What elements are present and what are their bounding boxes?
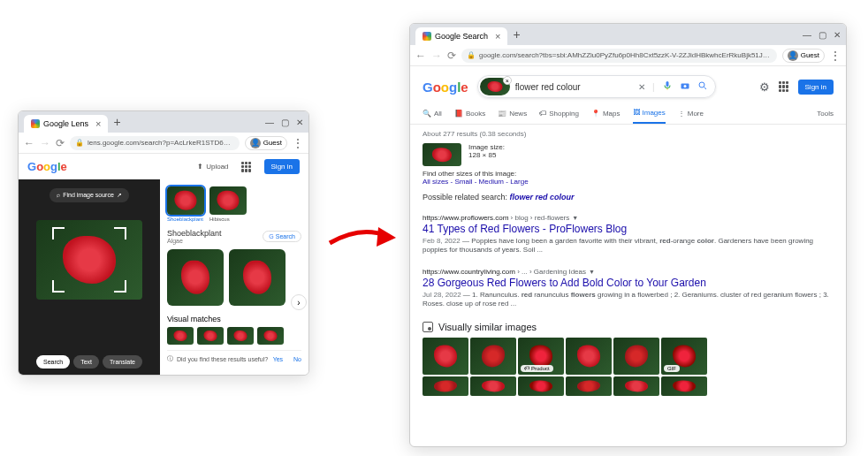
feedback-question: Did you find these results useful? xyxy=(177,356,268,362)
arrow-icon xyxy=(325,217,405,264)
google-logo[interactable]: Google xyxy=(27,160,67,173)
signin-button[interactable]: Sign in xyxy=(798,80,834,95)
crop-handle-br[interactable] xyxy=(114,280,126,293)
related-search: Possible related search: flower red colo… xyxy=(423,193,834,201)
gear-icon[interactable]: ⚙ xyxy=(759,80,770,94)
crop-handle-tr[interactable] xyxy=(114,227,126,239)
more-icon: ⋮ xyxy=(678,110,685,118)
vs-image[interactable] xyxy=(613,376,659,396)
remove-image-icon[interactable]: × xyxy=(503,76,512,85)
image-icon: 🖼 xyxy=(633,109,640,117)
size-links[interactable]: All sizes - Small - Medium - Large xyxy=(423,178,529,186)
chip-translate[interactable]: Translate xyxy=(103,355,142,369)
close-icon[interactable]: ✕ xyxy=(296,118,303,127)
browser-tab[interactable]: Google Lens × xyxy=(24,115,108,133)
result-title-link[interactable]: 41 Types of Red Flowers - ProFlowers Blo… xyxy=(423,223,834,235)
browser-tab[interactable]: Google Search × xyxy=(415,27,507,45)
related-link[interactable]: flower red colour xyxy=(510,193,575,201)
apps-icon[interactable] xyxy=(779,81,789,92)
new-tab-button[interactable]: + xyxy=(513,27,520,42)
caret-down-icon[interactable]: ▼ xyxy=(572,215,578,221)
result-title-link[interactable]: 28 Gorgeous Red Flowers to Add Bold Colo… xyxy=(423,277,834,289)
kebab-menu-icon[interactable]: ⋮ xyxy=(830,49,841,62)
favicon-icon xyxy=(423,32,431,41)
vs-image[interactable] xyxy=(423,338,468,375)
guest-badge[interactable]: 👤 Guest xyxy=(245,136,287,150)
tab-maps[interactable]: 📍Maps xyxy=(591,103,621,124)
chevron-right-icon[interactable]: › xyxy=(291,294,307,310)
avatar-icon: 👤 xyxy=(788,50,798,61)
vm-image[interactable] xyxy=(197,327,224,345)
tab-tools[interactable]: Tools xyxy=(817,103,834,124)
image-size-value: 128 × 85 xyxy=(468,151,505,159)
minimize-icon[interactable]: — xyxy=(265,118,274,127)
find-image-source-button[interactable]: ⌕ Find image source ↗ xyxy=(49,188,129,202)
search-icon[interactable] xyxy=(697,80,708,93)
titlebar: Google Search × + — ▢ ✕ xyxy=(410,24,846,45)
thumb-shoeblackplant[interactable]: Shoeblackplant xyxy=(167,186,204,222)
signin-button[interactable]: Sign in xyxy=(264,159,300,174)
result-image[interactable] xyxy=(167,249,224,306)
back-icon[interactable]: ← xyxy=(415,49,426,62)
url-field[interactable]: 🔒 lens.google.com/search?p=AcLrkeR1STD6N… xyxy=(70,136,240,150)
url-field[interactable]: 🔒 google.com/search?tbs=sbi:AMhZZiu0PyZf… xyxy=(461,49,777,63)
search-chip[interactable]: G Search xyxy=(263,231,301,242)
search-image-chip[interactable]: × xyxy=(480,78,510,95)
result-image[interactable] xyxy=(229,249,286,306)
reload-icon[interactable]: ⟳ xyxy=(56,137,65,149)
camera-icon[interactable] xyxy=(680,80,690,93)
vs-image[interactable] xyxy=(470,338,516,375)
tab-news[interactable]: 📰News xyxy=(498,103,527,124)
mic-icon[interactable] xyxy=(662,80,673,93)
minimize-icon[interactable]: — xyxy=(803,30,811,40)
vm-image[interactable] xyxy=(167,327,194,345)
vm-image[interactable] xyxy=(227,327,254,345)
feedback-no[interactable]: No xyxy=(293,356,301,362)
product-badge: 🏷Product xyxy=(521,365,553,372)
chip-search[interactable]: Search xyxy=(36,355,70,369)
tab-all[interactable]: 🔍All xyxy=(423,103,442,124)
vm-image[interactable] xyxy=(257,327,284,345)
vs-image[interactable]: GIF xyxy=(661,338,707,375)
vs-image[interactable] xyxy=(613,338,659,375)
maximize-icon[interactable]: ▢ xyxy=(819,30,826,40)
tab-close-icon[interactable]: × xyxy=(495,31,500,42)
upload-icon: ⬆ xyxy=(197,163,203,171)
feedback-yes[interactable]: Yes xyxy=(273,356,283,362)
tab-books[interactable]: 📕Books xyxy=(454,103,485,124)
search-input[interactable] xyxy=(515,82,633,92)
caret-down-icon[interactable]: ▼ xyxy=(589,269,595,275)
result-subtitle: Algae xyxy=(167,238,222,244)
guest-badge[interactable]: 👤 Guest xyxy=(782,49,825,63)
crop-handle-bl[interactable] xyxy=(52,280,65,293)
tab-shopping[interactable]: 🏷Shopping xyxy=(539,103,579,124)
chip-text[interactable]: Text xyxy=(73,355,99,369)
vs-image[interactable] xyxy=(661,376,707,396)
apps-icon[interactable] xyxy=(241,162,252,172)
search-box[interactable]: × ✕ | xyxy=(477,75,716,98)
close-icon[interactable]: ✕ xyxy=(834,30,841,40)
header-tools: ⚙ Sign in xyxy=(759,80,834,95)
vs-image[interactable] xyxy=(518,376,564,396)
google-logo[interactable]: Google xyxy=(423,80,468,95)
query-image-thumb[interactable] xyxy=(423,143,461,166)
tab-close-icon[interactable]: × xyxy=(95,118,101,129)
new-tab-button[interactable]: + xyxy=(113,115,120,129)
vs-image[interactable]: 🏷Product xyxy=(518,338,564,375)
tab-more[interactable]: ⋮More xyxy=(678,103,704,124)
back-icon[interactable]: ← xyxy=(24,137,34,149)
image-preview[interactable] xyxy=(36,220,142,300)
clear-icon[interactable]: ✕ xyxy=(638,82,645,92)
maximize-icon[interactable]: ▢ xyxy=(281,118,289,127)
reload-icon[interactable]: ⟳ xyxy=(447,49,456,62)
vs-image[interactable] xyxy=(566,376,612,396)
tab-images[interactable]: 🖼Images xyxy=(633,103,666,124)
upload-button[interactable]: ⬆ Upload xyxy=(197,163,228,171)
vs-image[interactable] xyxy=(470,376,516,396)
vs-image[interactable] xyxy=(566,338,612,375)
image-size-label: Image size: xyxy=(468,143,505,151)
thumb-hibiscus[interactable]: Hibiscus xyxy=(209,186,247,222)
vs-image[interactable] xyxy=(423,376,468,396)
crop-handle-tl[interactable] xyxy=(52,227,65,239)
kebab-menu-icon[interactable]: ⋮ xyxy=(293,137,303,149)
